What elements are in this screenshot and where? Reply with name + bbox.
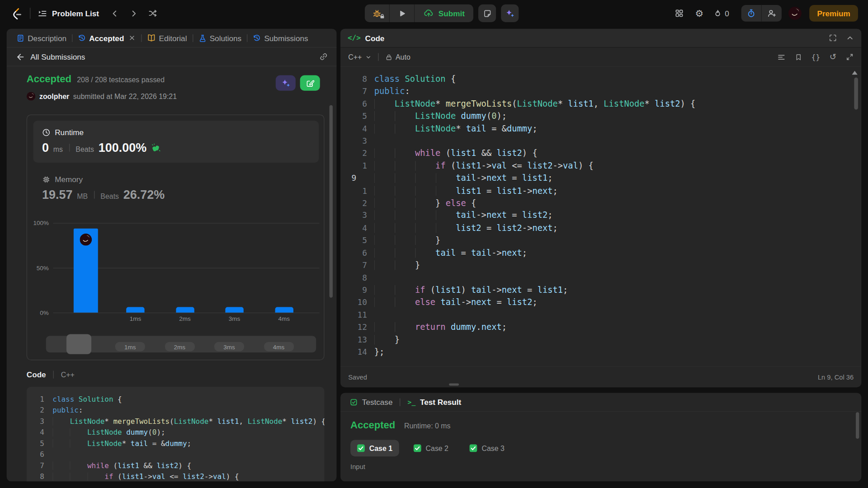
share-link-icon[interactable]	[320, 52, 328, 61]
chevron-down-icon	[365, 54, 371, 60]
stopwatch-icon[interactable]	[741, 5, 761, 22]
expand-editor-icon[interactable]	[846, 53, 854, 61]
description-icon	[17, 34, 24, 42]
line-number: 5	[340, 110, 367, 122]
runtime-card[interactable]: Runtime 0 ms Beats 100.00%	[33, 121, 319, 163]
chart-bar-2ms[interactable]	[176, 307, 194, 313]
test-result-status: Accepted	[350, 419, 395, 431]
line-number: 14	[340, 346, 367, 358]
toolbar-divider	[378, 53, 378, 61]
run-button[interactable]	[389, 5, 414, 22]
case-chip-case-2[interactable]: Case 2	[407, 440, 455, 456]
x-axis-label: 2ms	[173, 315, 197, 322]
tab-testcase[interactable]: Testcase	[350, 398, 393, 407]
history-icon	[78, 34, 86, 42]
gridline	[53, 313, 320, 313]
cloud-upload-icon	[424, 9, 434, 18]
back-arrow-icon[interactable]	[15, 52, 24, 61]
tab-submissions[interactable]: Submissions	[249, 33, 312, 42]
premium-label: Premium	[817, 9, 850, 18]
submission-status: Accepted	[27, 74, 71, 85]
code-editor-panel: </> Code C++ Auto	[340, 29, 861, 387]
tab-editorial[interactable]: Editorial	[143, 33, 191, 42]
sparkle-icon	[505, 9, 515, 18]
invite-user-icon[interactable]	[761, 5, 782, 22]
ai-assistant-button[interactable]	[501, 5, 519, 22]
tab-accepted[interactable]: Accepted	[74, 33, 140, 42]
tab-description[interactable]: Description	[12, 33, 71, 42]
line-number: 7	[340, 259, 367, 271]
streak-counter[interactable]: 0	[714, 9, 729, 18]
braces-icon[interactable]: {}	[811, 53, 820, 61]
code-section-title: Code	[27, 370, 46, 379]
testcase-scrollbar-thumb[interactable]	[856, 412, 859, 439]
code-line: 4 list2 = list2->next;	[340, 222, 861, 234]
editor-lines: 8class Solution {7public:6 ListNode* mer…	[340, 73, 861, 358]
line-number: 10	[340, 296, 367, 308]
ai-analyze-button[interactable]	[276, 75, 296, 91]
edit-solution-button[interactable]	[300, 75, 320, 91]
problem-list-button[interactable]: Problem List	[38, 9, 99, 18]
tab-label: Submissions	[264, 33, 308, 42]
apps-grid-icon[interactable]	[672, 5, 687, 21]
left-scrollbar-thumb[interactable]	[330, 105, 333, 298]
close-tab-icon[interactable]	[128, 34, 136, 42]
prev-problem-icon[interactable]	[111, 9, 119, 17]
brush-handle[interactable]	[66, 334, 91, 354]
next-problem-icon[interactable]	[129, 9, 137, 17]
chart-bar-3ms[interactable]	[225, 307, 243, 313]
case-chip-case-1[interactable]: Case 1	[350, 440, 399, 456]
stats-box: Runtime 0 ms Beats 100.00% Memory	[27, 114, 325, 360]
code-line: 4 ListNode dummy(0);	[33, 427, 324, 438]
editor-statusbar: Saved Ln 9, Col 36	[340, 366, 861, 388]
code-line: 11	[340, 309, 861, 321]
line-number: 9	[340, 284, 367, 296]
leetcode-logo-icon[interactable]	[11, 7, 23, 19]
memory-card[interactable]: Memory 19.57 MB Beats 26.72%	[42, 175, 165, 202]
scroll-up-arrow[interactable]	[852, 71, 857, 75]
x-axis-label: 3ms	[222, 315, 247, 322]
submitter-row: zoolpher submitted at Mar 22, 2026 19:21	[27, 92, 177, 101]
save-status: Saved	[348, 373, 367, 381]
notes-button[interactable]	[479, 5, 496, 22]
line-number: 6	[33, 449, 44, 460]
avatar[interactable]	[788, 7, 802, 20]
format-code-icon[interactable]	[777, 53, 785, 61]
panel-resize-handle[interactable]	[449, 384, 459, 386]
run-button-group: Submit	[365, 5, 474, 22]
all-submissions-label[interactable]: All Submissions	[30, 52, 85, 61]
language-select[interactable]: C++	[348, 53, 371, 61]
chart-bar-1ms[interactable]	[126, 307, 144, 313]
y-axis-label: 0%	[33, 309, 48, 316]
editor-scrollbar-thumb[interactable]	[854, 77, 858, 109]
fullscreen-icon[interactable]	[829, 34, 837, 42]
tab-test-result[interactable]: >_ Test Result	[408, 398, 462, 407]
submitted-code-block[interactable]: 1class Solution {2public:3 ListNode* mer…	[27, 387, 325, 481]
lock-icon	[385, 53, 392, 61]
memory-value: 19.57	[42, 188, 72, 202]
code-line: 7 while (list1 && list2) {	[33, 460, 324, 471]
runtime-label: Runtime	[55, 128, 84, 137]
submission-content: Accepted 208 / 208 testcases passed zool…	[7, 66, 337, 481]
submitter-username[interactable]: zoolpher	[39, 92, 69, 100]
tab-solutions[interactable]: Solutions	[194, 33, 246, 42]
code-line: 13 }	[340, 333, 861, 346]
top-navbar: Problem List Submit	[0, 0, 868, 27]
case-chip-case-3[interactable]: Case 3	[463, 440, 511, 456]
bookmark-icon[interactable]	[795, 53, 802, 61]
settings-button[interactable]: ⚙	[692, 5, 707, 21]
code-line: 8class Solution {	[340, 73, 861, 85]
header-divider	[53, 371, 54, 378]
reset-code-icon[interactable]: ↺	[830, 52, 836, 62]
debug-button[interactable]	[365, 5, 389, 22]
collapse-panel-icon[interactable]	[846, 34, 854, 42]
code-editor[interactable]: 8class Solution {7public:6 ListNode* mer…	[340, 67, 861, 366]
submit-button[interactable]: Submit	[414, 5, 474, 22]
shuffle-icon[interactable]	[148, 9, 157, 18]
chart-bar-4ms[interactable]	[275, 307, 293, 313]
code-section-header: Code C++	[27, 370, 75, 379]
auto-mode-toggle[interactable]: Auto	[385, 53, 410, 61]
clock-icon	[42, 128, 50, 136]
line-number: 5	[340, 234, 367, 246]
premium-button[interactable]: Premium	[809, 5, 858, 22]
